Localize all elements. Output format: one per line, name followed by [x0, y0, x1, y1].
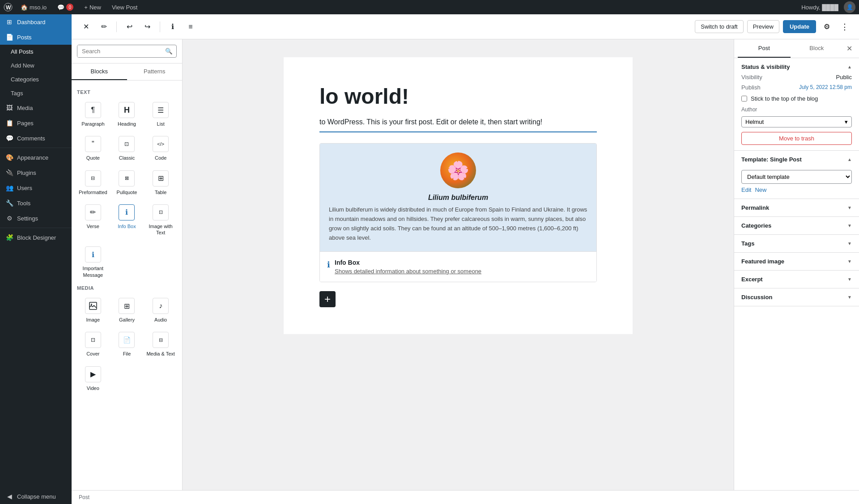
sidebar-item-collapse-menu[interactable]: ◀ Collapse menu	[0, 489, 72, 504]
plant-card-block[interactable]: 🌸 Lilium bulbiferum Lilium bulbiferum is…	[319, 143, 597, 282]
admin-bar-comments[interactable]: 💬 0	[55, 4, 76, 11]
sidebar-item-all-posts[interactable]: All Posts	[0, 45, 72, 59]
author-field: Author Helmut ▾	[741, 106, 852, 127]
permalink-section-header[interactable]: Permalink ▼	[741, 204, 852, 211]
sidebar-item-plugins[interactable]: 🔌 Plugins	[0, 165, 72, 180]
publish-value: July 5, 2022 12:58 pm	[799, 84, 852, 90]
redo-button[interactable]: ↪	[140, 20, 154, 34]
sidebar-item-categories[interactable]: Categories	[0, 72, 72, 86]
sidebar-label-collapse: Collapse menu	[17, 493, 56, 500]
inserter-tabs: Blocks Patterns	[72, 64, 182, 80]
template-new-link[interactable]: New	[755, 186, 766, 193]
template-select[interactable]: Default template	[741, 170, 852, 184]
users-icon: 👥	[5, 184, 13, 192]
admin-bar-new[interactable]: + New	[81, 4, 104, 11]
block-image-with-text-label: Image with Text	[146, 223, 175, 236]
stick-checkbox[interactable]	[741, 96, 747, 102]
list-view-button[interactable]: ≡	[183, 20, 198, 34]
search-button[interactable]: 🔍	[162, 45, 176, 57]
template-links: Edit New	[741, 186, 852, 193]
switch-draft-button[interactable]: Switch to draft	[695, 20, 743, 33]
block-file[interactable]: 📄 File	[111, 328, 143, 360]
block-info-box[interactable]: ℹ Info Box	[111, 201, 143, 240]
sidebar-item-dashboard[interactable]: ⊞ Dashboard	[0, 14, 72, 30]
block-code[interactable]: </> Code	[145, 132, 177, 165]
tab-blocks[interactable]: Blocks	[72, 64, 127, 80]
publish-row: Publish July 5, 2022 12:58 pm	[741, 84, 852, 91]
info-button[interactable]: ℹ	[166, 20, 180, 34]
move-trash-button[interactable]: Move to trash	[741, 132, 852, 145]
template-section-title: Template: Single Post	[741, 156, 802, 163]
sidebar-item-media[interactable]: 🖼 Media	[0, 100, 72, 115]
admin-bar-view-post[interactable]: View Post	[109, 4, 140, 11]
block-audio[interactable]: ♪ Audio	[145, 294, 177, 326]
block-important-message[interactable]: ℹ Important Message	[77, 243, 109, 282]
sidebar-label-tools: Tools	[17, 200, 30, 207]
block-verse[interactable]: ✏ Verse	[77, 201, 109, 240]
info-box-block[interactable]: ℹ Info Box Shows detailed information ab…	[320, 251, 596, 282]
block-media-text[interactable]: ⊟ Media & Text	[145, 328, 177, 360]
block-quote[interactable]: " Quote	[77, 132, 109, 165]
tab-post[interactable]: Post	[738, 39, 791, 58]
block-classic[interactable]: ⊡ Classic	[111, 132, 143, 165]
admin-bar-site-icon: 🏠	[21, 4, 28, 11]
featured-image-section-title: Featured image	[741, 258, 784, 265]
sidebar-item-users[interactable]: 👥 Users	[0, 180, 72, 195]
edit-button[interactable]: ✏	[97, 20, 111, 34]
block-table[interactable]: ⊞ Table	[145, 167, 177, 199]
block-image[interactable]: Image	[77, 294, 109, 326]
template-section-header[interactable]: Template: Single Post ▲	[741, 156, 852, 163]
post-title[interactable]: lo world!	[319, 84, 597, 109]
author-label: Author	[741, 106, 852, 113]
comments-count: 0	[66, 4, 73, 11]
block-image-with-text[interactable]: ⊡ Image with Text	[145, 201, 177, 240]
close-button[interactable]: ✕	[79, 20, 93, 34]
block-list[interactable]: ☰ List	[145, 98, 177, 131]
admin-bar: W 🏠 mso.io 💬 0 + New View Post Howdy, ██…	[0, 0, 859, 14]
block-paragraph[interactable]: ¶ Paragraph	[77, 98, 109, 131]
sidebar-item-settings[interactable]: ⚙ Settings	[0, 211, 72, 226]
block-preformatted[interactable]: ⊟ Preformatted	[77, 167, 109, 199]
sidebar-item-appearance[interactable]: 🎨 Appearance	[0, 150, 72, 165]
block-cover[interactable]: ⊡ Cover	[77, 328, 109, 360]
undo-button[interactable]: ↩	[122, 20, 136, 34]
preview-button[interactable]: Preview	[747, 20, 779, 33]
tab-patterns[interactable]: Patterns	[127, 64, 183, 80]
add-block-button[interactable]: +	[319, 291, 336, 307]
sidebar-item-add-new[interactable]: Add New	[0, 59, 72, 72]
block-pullquote[interactable]: ⊠ Pullquote	[111, 167, 143, 199]
sidebar-item-tools[interactable]: 🔧 Tools	[0, 195, 72, 211]
featured-image-section-header[interactable]: Featured image ▼	[741, 258, 852, 265]
search-input[interactable]	[77, 45, 162, 57]
tags-section-header[interactable]: Tags ▼	[741, 240, 852, 247]
excerpt-section-header[interactable]: Excerpt ▼	[741, 276, 852, 283]
block-gallery[interactable]: ⊞ Gallery	[111, 294, 143, 326]
discussion-section-header[interactable]: Discussion ▼	[741, 294, 852, 301]
tab-block[interactable]: Block	[791, 39, 843, 58]
svg-text:W: W	[6, 4, 11, 11]
sidebar-item-block-designer[interactable]: 🧩 Block Designer	[0, 230, 72, 245]
sidebar-item-posts[interactable]: 📄 Posts	[0, 30, 72, 45]
sidebar-item-tags[interactable]: Tags	[0, 86, 72, 100]
sidebar-item-pages[interactable]: 📋 Pages	[0, 115, 72, 131]
status-section-header[interactable]: Status & visibility ▲	[741, 64, 852, 70]
sidebar-label-pages: Pages	[17, 120, 34, 127]
update-button[interactable]: Update	[783, 20, 816, 33]
template-edit-link[interactable]: Edit	[741, 186, 751, 193]
block-video[interactable]: ▶ Video	[77, 363, 109, 395]
admin-bar-site[interactable]: 🏠 mso.io	[18, 4, 49, 11]
author-select-button[interactable]: Helmut ▾	[741, 116, 852, 127]
right-panel-close-button[interactable]: ✕	[843, 42, 855, 55]
sidebar-item-comments[interactable]: 💬 Comments	[0, 131, 72, 146]
info-box-desc-suffix: something or someone	[421, 268, 481, 275]
quote-icon: "	[85, 136, 101, 152]
new-label: New	[89, 4, 101, 11]
more-options-button[interactable]: ⋮	[838, 20, 852, 34]
categories-section-header[interactable]: Categories ▼	[741, 222, 852, 229]
post-content[interactable]: to WordPress. This is your first post. E…	[319, 116, 597, 132]
list-icon: ☰	[153, 102, 169, 118]
settings-button[interactable]: ⚙	[820, 20, 834, 34]
stick-label[interactable]: Stick to the top of the blog	[751, 95, 818, 102]
block-heading[interactable]: H Heading	[111, 98, 143, 131]
file-icon: 📄	[119, 332, 135, 348]
